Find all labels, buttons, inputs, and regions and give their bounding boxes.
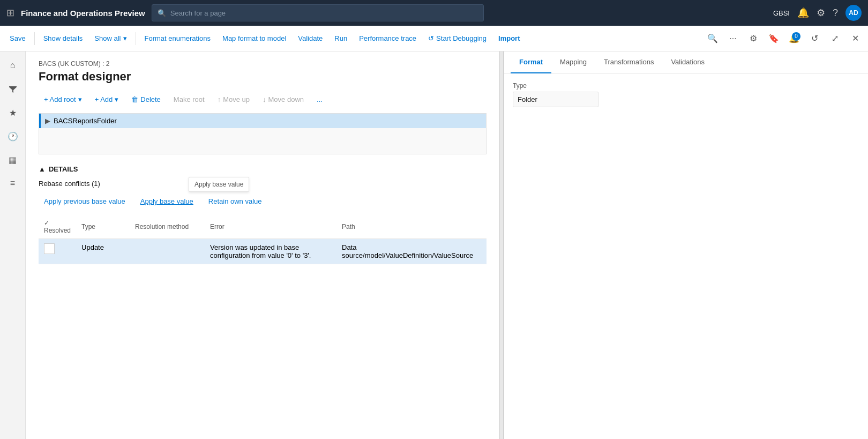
sidebar-item-grid[interactable]: ▦ [3, 150, 23, 169]
settings-toolbar-icon[interactable]: ⚙ [745, 30, 762, 47]
right-panel: Format Mapping Transformations Validatio… [504, 51, 868, 439]
retain-own-button[interactable]: Retain own value [203, 194, 267, 209]
search-icon: 🔍 [158, 9, 166, 17]
sidebar-item-home[interactable]: ⌂ [3, 56, 23, 75]
table-row[interactable]: Update Version was updated in base confi… [39, 239, 487, 264]
search-toolbar-icon[interactable]: 🔍 [704, 30, 721, 47]
page-title: Format designer [39, 70, 487, 84]
import-button[interactable]: Import [493, 31, 525, 46]
performance-trace-button[interactable]: Performance trace [354, 31, 422, 46]
tree-row-bacsreportsfolder[interactable]: ▶ BACSReportsFolder [39, 114, 486, 128]
toolbar-right-icons: 🔍 ··· ⚙ 🔖 🔔 0 ↺ ⤢ ✕ [704, 30, 864, 47]
save-button[interactable]: Save [4, 31, 31, 46]
grid-icon[interactable]: ⊞ [6, 7, 14, 19]
details-section: ▲ DETAILS Rebase conflicts (1) Apply bas… [39, 165, 487, 264]
tab-validations[interactable]: Validations [662, 51, 713, 73]
delete-label: Delete [140, 95, 161, 103]
type-field-label: Type [513, 82, 859, 90]
type-field-value: Folder [513, 92, 598, 107]
chevron-down-icon: ▾ [123, 34, 127, 42]
show-details-button[interactable]: Show details [38, 31, 88, 46]
main-layout: ⌂ ★ 🕐 ▦ ≡ BACS (UK CUSTOM) : 2 Format de… [0, 51, 868, 439]
help-icon[interactable]: ? [833, 8, 838, 19]
right-tabs: Format Mapping Transformations Validatio… [504, 51, 868, 73]
separator-1 [34, 32, 35, 45]
conflict-actions: Apply base value Apply previous base val… [39, 194, 487, 209]
sidebar-item-filter[interactable] [3, 79, 23, 99]
td-type: Update [76, 239, 130, 264]
sidebar-item-clock[interactable]: 🕐 [3, 127, 23, 146]
tree-expand-icon[interactable]: ▶ [45, 117, 50, 125]
rebase-conflicts-title: Rebase conflicts (1) [39, 180, 487, 188]
table-header: ✓ Resolved Type Resolution method Error … [39, 215, 487, 239]
details-header[interactable]: ▲ DETAILS [39, 165, 487, 173]
row-checkbox[interactable] [44, 243, 55, 254]
validate-button[interactable]: Validate [293, 31, 328, 46]
map-format-button[interactable]: Map format to model [217, 31, 291, 46]
add-button[interactable]: + Add ▾ [89, 92, 124, 107]
td-path: Data source/model/ValueDefinition/ValueS… [336, 239, 487, 264]
action-bar: + Add root ▾ + Add ▾ 🗑 Delete Make root … [39, 92, 487, 107]
table-body: Update Version was updated in base confi… [39, 239, 487, 264]
toolbar: Save Show details Show all ▾ Format enum… [0, 26, 868, 51]
th-error: Error [205, 215, 336, 239]
conflict-table: ✓ Resolved Type Resolution method Error … [39, 215, 487, 264]
sidebar-item-list[interactable]: ≡ [3, 174, 23, 193]
make-root-button[interactable]: Make root [168, 92, 210, 107]
breadcrumb: BACS (UK CUSTOM) : 2 [39, 60, 487, 68]
bookmark-icon[interactable]: 🔖 [765, 30, 782, 47]
td-resolved [39, 239, 76, 264]
search-bar[interactable]: 🔍 Search for a page [152, 4, 484, 21]
bell-icon[interactable]: 🔔 [797, 7, 809, 19]
tooltip-apply-base: Apply base value [189, 177, 249, 192]
show-all-button[interactable]: Show all ▾ [89, 31, 132, 46]
add-root-button[interactable]: + Add root ▾ [39, 92, 87, 107]
format-enumerations-button[interactable]: Format enumerations [139, 31, 216, 46]
move-down-icon: ↓ [263, 95, 266, 103]
th-type: Type [76, 215, 130, 239]
show-all-label: Show all [94, 34, 121, 42]
topbar: ⊞ Finance and Operations Preview 🔍 Searc… [0, 0, 868, 26]
details-label: DETAILS [49, 165, 78, 173]
debug-icon: ↺ [428, 34, 434, 42]
content-area: BACS (UK CUSTOM) : 2 Format designer + A… [26, 51, 499, 439]
sidebar-item-star[interactable]: ★ [3, 103, 23, 122]
header-check-icon: ✓ [44, 219, 49, 227]
add-chevron: ▾ [115, 95, 118, 103]
refresh-icon[interactable]: ↺ [806, 30, 823, 47]
delete-button[interactable]: 🗑 Delete [126, 92, 166, 107]
th-resolved-label: Resolved [44, 227, 71, 234]
type-field-row: Type Folder [513, 82, 859, 107]
delete-icon: 🗑 [131, 95, 138, 103]
tab-mapping[interactable]: Mapping [551, 51, 595, 73]
conflict-table-container: ✓ Resolved Type Resolution method Error … [39, 215, 487, 264]
add-label: + Add [95, 95, 113, 103]
move-up-button[interactable]: ↑ Move up [212, 92, 255, 107]
separator-2 [136, 32, 136, 45]
tree-container: ▶ BACSReportsFolder [39, 113, 487, 154]
add-root-label: + Add root [44, 95, 76, 103]
move-up-icon: ↑ [218, 95, 221, 103]
tree-empty-space [39, 128, 486, 154]
apply-base-button[interactable]: Apply base value [135, 194, 199, 209]
more-options-button[interactable]: ··· [724, 30, 742, 47]
move-down-button[interactable]: ↓ Move down [257, 92, 309, 107]
close-icon[interactable]: ✕ [847, 30, 864, 47]
tree-node-label: BACSReportsFolder [54, 117, 117, 125]
tab-format[interactable]: Format [511, 51, 551, 73]
notification-count: 0 [792, 32, 800, 41]
expand-icon[interactable]: ⤢ [826, 30, 843, 47]
apply-previous-button[interactable]: Apply previous base value [39, 194, 131, 209]
avatar[interactable]: AD [845, 5, 862, 21]
tab-transformations[interactable]: Transformations [595, 51, 662, 73]
move-up-label: Move up [223, 95, 250, 103]
notification-badge-wrap: 🔔 0 [785, 30, 803, 47]
app-title: Finance and Operations Preview [21, 9, 145, 18]
more-actions-button[interactable]: ... [311, 92, 328, 107]
settings-icon[interactable]: ⚙ [817, 7, 825, 19]
th-resolution: Resolution method [130, 215, 205, 239]
tree-resize-handle[interactable] [499, 51, 504, 439]
th-resolved: ✓ Resolved [39, 215, 76, 239]
start-debugging-button[interactable]: ↺ Start Debugging [423, 31, 492, 46]
run-button[interactable]: Run [329, 31, 353, 46]
